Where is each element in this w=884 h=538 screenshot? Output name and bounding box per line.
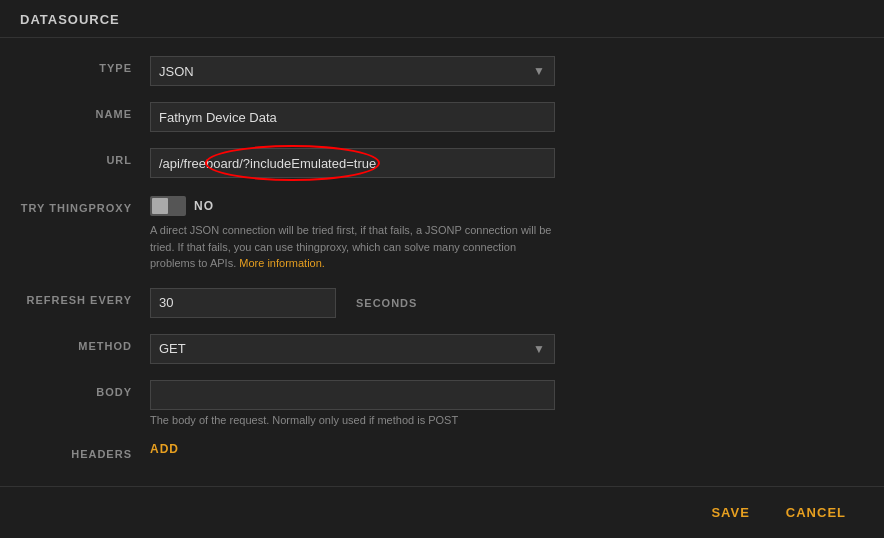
thingproxy-control: NO A direct JSON connection will be trie… <box>150 196 864 272</box>
method-label: METHOD <box>20 334 150 352</box>
headers-row: HEADERS ADD <box>0 434 884 472</box>
toggle-knob <box>152 198 168 214</box>
name-label: NAME <box>20 102 150 120</box>
refresh-inner: SECONDS <box>150 288 417 318</box>
thingproxy-row: TRY THINGPROXY NO A direct JSON connecti… <box>0 186 884 280</box>
url-input[interactable] <box>150 148 555 178</box>
body-control: The body of the request. Normally only u… <box>150 380 864 426</box>
url-input-wrapper <box>150 148 555 178</box>
refresh-row: REFRESH EVERY SECONDS <box>0 280 884 326</box>
save-button[interactable]: SAVE <box>693 497 767 528</box>
add-header-button[interactable]: ADD <box>150 442 179 456</box>
thingproxy-label: TRY THINGPROXY <box>20 196 150 214</box>
type-row: TYPE JSON CSV GraphQL InfluxDB MongoDB P… <box>0 48 884 94</box>
name-control <box>150 102 864 132</box>
body-row: BODY The body of the request. Normally o… <box>0 372 884 434</box>
name-input[interactable] <box>150 102 555 132</box>
toggle-state-label: NO <box>194 199 214 213</box>
type-control: JSON CSV GraphQL InfluxDB MongoDB Promet… <box>150 56 864 86</box>
method-select-wrapper: GET POST PUT DELETE PATCH ▼ <box>150 334 555 364</box>
datasource-dialog: DATASOURCE TYPE JSON CSV GraphQL InfluxD… <box>0 0 884 538</box>
type-label: TYPE <box>20 56 150 74</box>
body-label: BODY <box>20 380 150 398</box>
method-row: METHOD GET POST PUT DELETE PATCH ▼ <box>0 326 884 372</box>
refresh-input[interactable] <box>150 288 336 318</box>
url-row: URL <box>0 140 884 186</box>
form-area: TYPE JSON CSV GraphQL InfluxDB MongoDB P… <box>0 38 884 486</box>
refresh-control: SECONDS <box>150 288 864 318</box>
headers-label: HEADERS <box>20 442 150 460</box>
thingproxy-help-body: A direct JSON connection will be tried f… <box>150 224 551 269</box>
page-title: DATASOURCE <box>0 0 884 38</box>
headers-control: ADD <box>150 442 864 456</box>
seconds-label: SECONDS <box>356 297 417 309</box>
toggle-wrapper: NO <box>150 196 864 216</box>
thingproxy-help-text: A direct JSON connection will be tried f… <box>150 222 555 272</box>
name-row: NAME <box>0 94 884 140</box>
footer-bar: SAVE CANCEL <box>0 486 884 538</box>
cancel-button[interactable]: CANCEL <box>768 497 864 528</box>
type-select[interactable]: JSON CSV GraphQL InfluxDB MongoDB Promet… <box>150 56 555 86</box>
url-control <box>150 148 864 178</box>
type-select-wrapper: JSON CSV GraphQL InfluxDB MongoDB Promet… <box>150 56 555 86</box>
method-select[interactable]: GET POST PUT DELETE PATCH <box>150 334 555 364</box>
method-control: GET POST PUT DELETE PATCH ▼ <box>150 334 864 364</box>
body-input[interactable] <box>150 380 555 410</box>
more-info-link[interactable]: More information. <box>239 257 325 269</box>
thingproxy-toggle[interactable] <box>150 196 186 216</box>
refresh-label: REFRESH EVERY <box>20 288 150 306</box>
body-help-text: The body of the request. Normally only u… <box>150 414 555 426</box>
url-label: URL <box>20 148 150 166</box>
